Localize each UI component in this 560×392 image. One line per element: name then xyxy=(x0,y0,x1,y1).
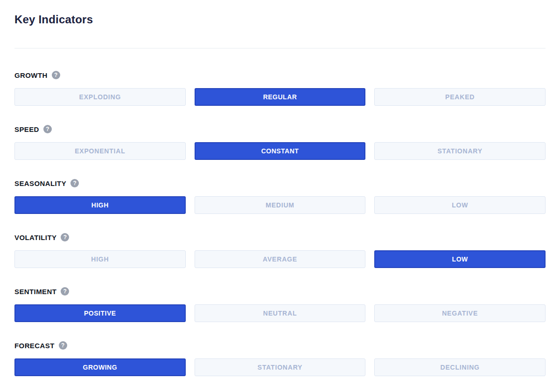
indicator-label: GROWTH xyxy=(14,71,48,79)
divider xyxy=(14,48,546,48)
option-forecast-declining[interactable]: DECLINING xyxy=(374,358,546,376)
option-growth-exploding[interactable]: EXPLODING xyxy=(14,88,186,106)
option-seasonality-low[interactable]: LOW xyxy=(374,196,546,214)
help-icon-speed[interactable]: ? xyxy=(43,125,52,133)
indicator-options: POSITIVENEUTRALNEGATIVE xyxy=(14,304,546,322)
indicators-list: GROWTH ? EXPLODINGREGULARPEAKED SPEED ? … xyxy=(14,71,546,376)
option-volatility-high[interactable]: HIGH xyxy=(14,250,186,268)
option-speed-exponential[interactable]: EXPONENTIAL xyxy=(14,142,186,160)
indicator-label-row: VOLATILITY ? xyxy=(14,233,546,241)
help-icon-sentiment[interactable]: ? xyxy=(61,287,69,296)
option-speed-constant[interactable]: CONSTANT xyxy=(195,142,366,160)
option-speed-stationary[interactable]: STATIONARY xyxy=(374,142,546,160)
indicator-options: GROWINGSTATIONARYDECLINING xyxy=(14,358,546,376)
indicator-options: HIGHAVERAGELOW xyxy=(14,250,546,268)
indicator-label-row: SPEED ? xyxy=(14,125,546,133)
indicator-label-row: GROWTH ? xyxy=(14,71,546,79)
question-mark-glyph: ? xyxy=(63,234,67,240)
indicator-row: SEASONALITY ? HIGHMEDIUMLOW xyxy=(14,179,546,214)
indicator-row: SENTIMENT ? POSITIVENEUTRALNEGATIVE xyxy=(14,287,546,322)
indicator-label: SPEED xyxy=(14,125,39,133)
option-growth-peaked[interactable]: PEAKED xyxy=(374,88,546,106)
option-forecast-stationary[interactable]: STATIONARY xyxy=(195,358,366,376)
help-icon-volatility[interactable]: ? xyxy=(61,233,69,241)
indicator-label-row: SEASONALITY ? xyxy=(14,179,546,187)
option-volatility-average[interactable]: AVERAGE xyxy=(195,250,366,268)
question-mark-glyph: ? xyxy=(73,180,76,186)
question-mark-glyph: ? xyxy=(54,72,57,78)
key-indicators-panel: Key Indicators GROWTH ? EXPLODINGREGULAR… xyxy=(0,0,560,392)
content-container: Key Indicators GROWTH ? EXPLODINGREGULAR… xyxy=(0,13,560,376)
indicator-row: FORECAST ? GROWINGSTATIONARYDECLINING xyxy=(14,341,546,376)
question-mark-glyph: ? xyxy=(61,343,64,348)
indicator-label: VOLATILITY xyxy=(14,234,56,241)
help-icon-forecast[interactable]: ? xyxy=(59,341,67,350)
option-seasonality-medium[interactable]: MEDIUM xyxy=(195,196,366,214)
indicator-row: VOLATILITY ? HIGHAVERAGELOW xyxy=(14,233,546,268)
help-icon-seasonality[interactable]: ? xyxy=(70,179,79,187)
question-mark-glyph: ? xyxy=(63,289,67,294)
question-mark-glyph: ? xyxy=(46,126,49,132)
indicator-options: EXPLODINGREGULARPEAKED xyxy=(14,88,546,106)
option-sentiment-negative[interactable]: NEGATIVE xyxy=(374,304,546,322)
page-title: Key Indicators xyxy=(14,13,546,27)
option-sentiment-neutral[interactable]: NEUTRAL xyxy=(195,304,366,322)
indicator-options: HIGHMEDIUMLOW xyxy=(14,196,546,214)
indicator-options: EXPONENTIALCONSTANTSTATIONARY xyxy=(14,142,546,160)
indicator-label: FORECAST xyxy=(14,342,55,350)
indicator-label-row: SENTIMENT ? xyxy=(14,287,546,296)
indicator-row: GROWTH ? EXPLODINGREGULARPEAKED xyxy=(14,71,546,106)
indicator-label-row: FORECAST ? xyxy=(14,341,546,350)
help-icon-growth[interactable]: ? xyxy=(52,71,60,79)
indicator-row: SPEED ? EXPONENTIALCONSTANTSTATIONARY xyxy=(14,125,546,160)
option-volatility-low[interactable]: LOW xyxy=(374,250,546,268)
option-seasonality-high[interactable]: HIGH xyxy=(14,196,186,214)
option-forecast-growing[interactable]: GROWING xyxy=(14,358,186,376)
indicator-label: SEASONALITY xyxy=(14,179,66,187)
indicator-label: SENTIMENT xyxy=(14,288,56,296)
option-growth-regular[interactable]: REGULAR xyxy=(195,88,366,106)
option-sentiment-positive[interactable]: POSITIVE xyxy=(14,304,186,322)
